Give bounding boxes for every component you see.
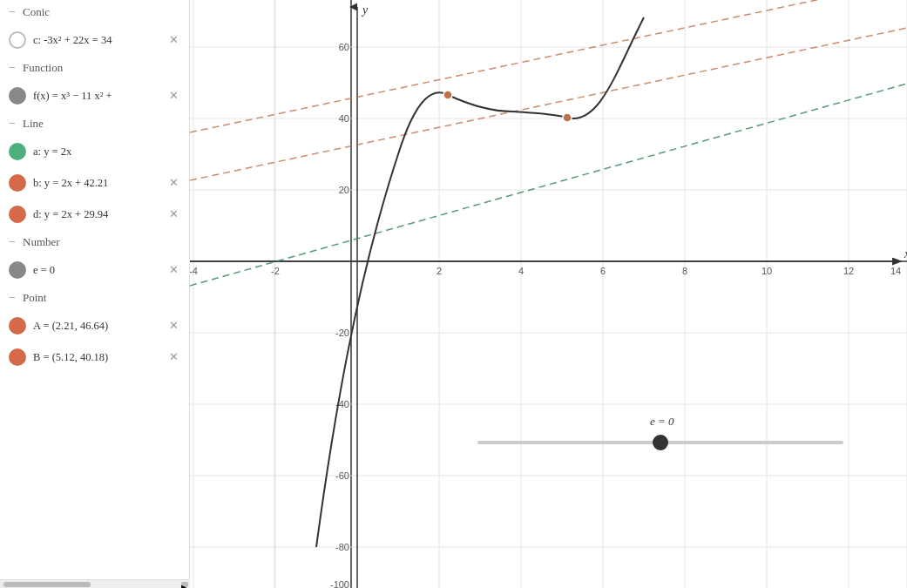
svg-text:20: 20 (339, 185, 349, 195)
slider-label: e = 0 (650, 415, 674, 428)
line-d-icon (9, 206, 26, 223)
svg-text:10: 10 (761, 266, 772, 276)
sidebar: − Conic c: -3x² + 22x = 34 ✕ − Function … (0, 0, 190, 588)
close-number-e-button[interactable]: ✕ (166, 261, 182, 279)
sidebar-scroll-right-btn[interactable]: ▶ (181, 582, 188, 587)
line-a-icon (9, 143, 26, 160)
conic-c-label: c: -3x² + 22x = 34 (33, 34, 159, 47)
line-a-label: a: y = 2x (33, 145, 182, 159)
sidebar-scrollbar-thumb (3, 582, 91, 587)
slider-thumb[interactable] (653, 435, 668, 450)
svg-text:-4: -4 (190, 266, 198, 276)
section-line-label: Line (23, 117, 44, 131)
x-axis-label: x (904, 247, 907, 260)
list-item: B = (5.12, 40.18) ✕ (0, 341, 189, 373)
svg-text:4: 4 (518, 266, 524, 276)
svg-text:40: 40 (339, 113, 349, 124)
list-item: A = (2.21, 46.64) ✕ (0, 310, 189, 341)
svg-text:-100: -100 (330, 579, 349, 588)
list-item: b: y = 2x + 42.21 ✕ (0, 167, 189, 199)
collapse-line-icon[interactable]: − (7, 118, 17, 129)
sidebar-scrollbar[interactable]: ▶ (0, 579, 190, 588)
section-function: − Function (0, 56, 189, 80)
graph-svg[interactable]: -4 -2 2 4 6 8 10 12 14 60 40 20 -20 -40 … (190, 0, 907, 588)
svg-text:-80: -80 (335, 542, 349, 552)
section-number: − Number (0, 230, 189, 254)
y-axis-label: y (361, 3, 369, 17)
svg-text:12: 12 (843, 266, 854, 276)
section-conic-label: Conic (23, 5, 50, 19)
close-line-d-button[interactable]: ✕ (166, 206, 182, 223)
list-item: c: -3x² + 22x = 34 ✕ (0, 24, 189, 56)
close-point-B-button[interactable]: ✕ (166, 348, 182, 366)
section-conic: − Conic (0, 0, 189, 24)
close-point-A-button[interactable]: ✕ (166, 317, 182, 335)
section-number-label: Number (23, 235, 60, 249)
list-item: a: y = 2x (0, 136, 189, 167)
function-f-icon (9, 87, 26, 105)
section-point-label: Point (23, 291, 46, 305)
collapse-conic-icon[interactable]: − (7, 7, 17, 17)
list-item: f(x) = x³ − 11 x² + ✕ (0, 80, 189, 112)
point-A-icon (9, 317, 26, 335)
collapse-number-icon[interactable]: − (7, 237, 17, 247)
line-b-icon (9, 174, 26, 192)
function-f-label: f(x) = x³ − 11 x² + (33, 90, 159, 103)
svg-text:2: 2 (437, 266, 442, 276)
conic-c-icon (9, 31, 26, 49)
close-conic-c-button[interactable]: ✕ (166, 31, 182, 49)
line-b-label: b: y = 2x + 42.21 (33, 177, 159, 190)
point-B-icon (9, 348, 26, 366)
svg-text:60: 60 (339, 42, 349, 52)
list-item: d: y = 2x + 29.94 ✕ (0, 199, 189, 230)
collapse-function-icon[interactable]: − (7, 63, 17, 73)
svg-text:6: 6 (600, 266, 606, 276)
svg-rect-1 (190, 0, 907, 588)
point-A-label: A = (2.21, 46.64) (33, 320, 159, 333)
close-line-b-button[interactable]: ✕ (166, 174, 182, 192)
svg-text:-2: -2 (271, 266, 280, 276)
point-B-label: B = (5.12, 40.18) (33, 351, 159, 364)
list-item: e = 0 ✕ (0, 254, 189, 286)
graph-area: -4 -2 2 4 6 8 10 12 14 60 40 20 -20 -40 … (190, 0, 907, 588)
svg-text:-60: -60 (335, 470, 349, 481)
svg-text:-20: -20 (335, 328, 349, 338)
section-point: − Point (0, 286, 189, 310)
svg-text:14: 14 (890, 266, 901, 276)
close-function-f-button[interactable]: ✕ (166, 87, 182, 105)
collapse-point-icon[interactable]: − (7, 293, 17, 303)
point-B-dot (563, 113, 572, 122)
number-e-label: e = 0 (33, 264, 159, 277)
line-d-label: d: y = 2x + 29.94 (33, 208, 159, 221)
svg-text:8: 8 (682, 266, 687, 276)
point-A-dot (443, 91, 452, 99)
number-e-icon (9, 261, 26, 279)
section-line: − Line (0, 112, 189, 136)
section-function-label: Function (23, 61, 63, 75)
